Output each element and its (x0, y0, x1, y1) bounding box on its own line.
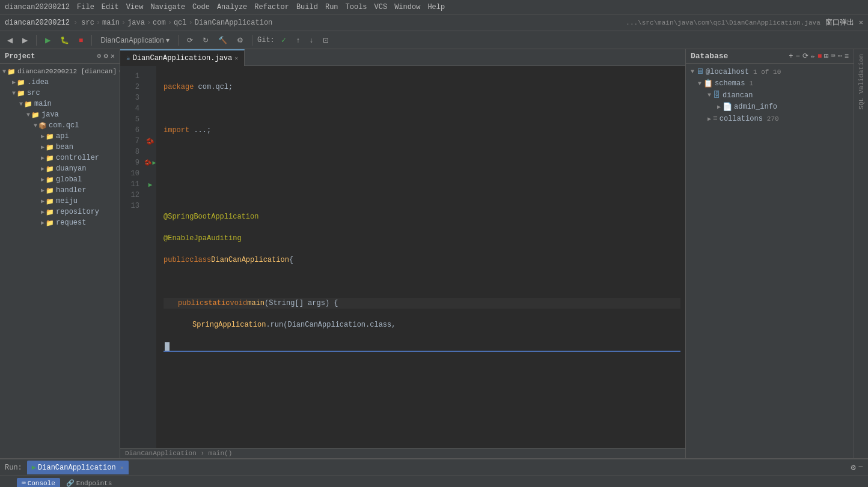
menu-view[interactable]: View (126, 3, 144, 11)
sidebar-item-idea[interactable]: ▶ 📁 .idea (0, 77, 120, 88)
sync-btn[interactable]: ↻ (199, 35, 212, 46)
db-item-schemas[interactable]: ▼ 📋 schemas 1 (686, 77, 854, 89)
run-tab-close[interactable]: ✕ (120, 464, 124, 471)
git-pull-btn[interactable]: ↓ (306, 35, 317, 46)
sidebar-item-handler[interactable]: ▶ 📁 handler (0, 185, 120, 196)
menu-build[interactable]: Build (296, 3, 318, 11)
sidebar-close-icon[interactable]: ✕ (111, 52, 115, 61)
git-push-btn[interactable]: ↑ (293, 35, 304, 46)
window-popup-btn[interactable]: 窗口弹出 (825, 17, 854, 28)
menu-navigate[interactable]: Navigate (150, 3, 185, 11)
title-bar-right: ...\src\main\java\com\qcl\DianCanApplica… (626, 17, 863, 28)
run-btn[interactable]: ▶ (41, 35, 54, 46)
code-line-7: @SpringBootApplication (164, 211, 680, 222)
bottom-tab-run[interactable]: ▶ DianCanApplication ✕ (27, 461, 129, 474)
menu-vcs[interactable]: VCS (374, 3, 388, 11)
sidebar-validation-label[interactable]: SQL Validation (858, 54, 865, 109)
git-check-btn[interactable]: ✓ (277, 35, 290, 46)
sidebar-item-repository[interactable]: ▶ 📁 repository (0, 207, 120, 217)
db-table-icon[interactable]: ⊞ (824, 52, 828, 61)
db-item-admin-info[interactable]: ▶ 📄 admin_info (686, 101, 854, 113)
stop-btn[interactable]: ■ (75, 35, 87, 46)
code-content[interactable]: package com.qcl; import ...; @SpringBoot… (156, 66, 685, 448)
panel-settings-icon[interactable]: ⚙ (851, 462, 855, 473)
db-collations-count: 270 (767, 115, 779, 123)
bc-file[interactable]: DianCanApplication (195, 19, 273, 27)
build2-btn[interactable]: 🔨 (215, 35, 231, 46)
db-refresh-icon[interactable]: ⟳ (802, 52, 808, 61)
db-item-collations[interactable]: ▶ ≡ collations 270 (686, 113, 854, 124)
menu-run[interactable]: Run (325, 3, 338, 11)
run-tab-label: DianCanApplication (38, 464, 116, 472)
menu-edit[interactable]: Edit (102, 3, 119, 11)
db-add-icon[interactable]: + (789, 52, 793, 61)
menu-window[interactable]: Window (394, 3, 420, 11)
code-line-2 (164, 103, 680, 114)
endpoints-sub-tab[interactable]: 🔗 Endpoints (61, 478, 117, 487)
code-area[interactable]: 1 2 3 4 (120, 66, 685, 448)
line-num-6: 6 (120, 126, 144, 135)
sidebar-item-java[interactable]: ▼ 📁 java (0, 109, 120, 120)
db-edit-icon[interactable]: ✏ (811, 52, 815, 61)
menu-help[interactable]: Help (427, 3, 445, 11)
db-remove-icon[interactable]: − (795, 52, 799, 61)
db-more-icon[interactable]: ⋯ (838, 52, 842, 61)
console-tab[interactable]: ⌨ Console (17, 478, 60, 487)
sidebar-item-project[interactable]: ▼ 📁 diancan20200212 [diancan] C:\Users\扁… (0, 66, 120, 77)
sidebar-item-controller[interactable]: ▶ 📁 controller (0, 153, 120, 163)
sidebar: Project ⊙ ⚙ ✕ ▼ 📁 diancan20200212 [dianc… (0, 49, 120, 458)
db-stop-icon[interactable]: ■ (818, 52, 822, 61)
sidebar-item-main[interactable]: ▼ 📁 main (0, 98, 120, 109)
bc-java[interactable]: java (127, 19, 145, 27)
sidebar-item-api[interactable]: ▶ 📁 api (0, 131, 120, 142)
forward-btn[interactable]: ▶ (19, 35, 31, 46)
db-item-diancan[interactable]: ▼ 🗄 diancan (686, 89, 854, 101)
sidebar-item-src[interactable]: ▼ 📁 src (0, 88, 120, 98)
bc-main[interactable]: main (102, 19, 120, 27)
code-line-9: public class DianCanApplication { (164, 255, 680, 265)
sidebar-sync-icon[interactable]: ⊙ (97, 52, 101, 61)
menu-tools[interactable]: Tools (346, 3, 367, 11)
settings-btn[interactable]: ⚙ (233, 35, 247, 46)
back-btn[interactable]: ◀ (4, 35, 16, 46)
sidebar-item-duanyan[interactable]: ▶ 📁 duanyan (0, 163, 120, 174)
db-server-label: @localhost (706, 68, 749, 76)
line-num-13: 13 (120, 202, 144, 210)
editor-tab-main[interactable]: ☕ DianCanApplication.java ✕ (120, 49, 245, 66)
line-num-1: 1 (120, 72, 144, 80)
sidebar-item-comqcl[interactable]: ▼ 📦 com.qcl (0, 120, 120, 131)
menu-code[interactable]: Code (192, 3, 210, 11)
panel-minimize-icon[interactable]: − (858, 462, 863, 473)
sidebar-item-global[interactable]: ▶ 📁 global (0, 174, 120, 185)
line-num-12: 12 (120, 191, 144, 199)
menu-analyze[interactable]: Analyze (217, 3, 247, 11)
console-icon: ⌨ (22, 479, 26, 487)
title-bar: diancan20200212 › src › main › java › co… (0, 14, 868, 31)
menu-file[interactable]: File (77, 3, 94, 11)
db-schemas-count: 1 (749, 80, 753, 87)
bc-src[interactable]: src (81, 19, 94, 27)
bc-qcl[interactable]: qcl (174, 19, 187, 27)
db-item-server[interactable]: ▼ 🖥 @localhost 1 of 10 (686, 66, 854, 77)
db-filter-icon[interactable]: ≡ (845, 52, 849, 61)
sidebar-item-bean[interactable]: ▶ 📁 bean (0, 142, 120, 153)
db-console-icon[interactable]: ⌨ (831, 52, 835, 61)
code-line-6 (164, 190, 680, 201)
dropdown-app[interactable]: DianCanApplication ▾ (97, 35, 173, 46)
project-title: diancan20200212 (5, 19, 70, 27)
bc-com[interactable]: com (153, 19, 166, 27)
sidebar-gear-icon[interactable]: ⚙ (104, 52, 108, 61)
menu-refactor[interactable]: Refactor (254, 3, 289, 11)
sidebar-item-meiju[interactable]: ▶ 📁 meiju (0, 196, 120, 207)
close-btn[interactable]: ✕ (859, 18, 863, 27)
title-path: ...\src\main\java\com\qcl\DianCanApplica… (626, 19, 820, 26)
debug-btn[interactable]: 🐛 (57, 35, 73, 46)
refresh-btn[interactable]: ⟳ (183, 35, 197, 46)
git-history-btn[interactable]: ⊡ (319, 35, 332, 46)
tab-close-icon[interactable]: ✕ (234, 55, 238, 62)
sidebar-item-request[interactable]: ▶ 📁 request (0, 217, 120, 228)
db-diancan-label: diancan (723, 91, 753, 100)
editor-area: ☕ DianCanApplication.java ✕ 1 2 (120, 49, 685, 458)
editor-breadcrumb: DianCanApplication › main() (120, 448, 685, 458)
db-server-count: 1 of 10 (753, 68, 781, 76)
